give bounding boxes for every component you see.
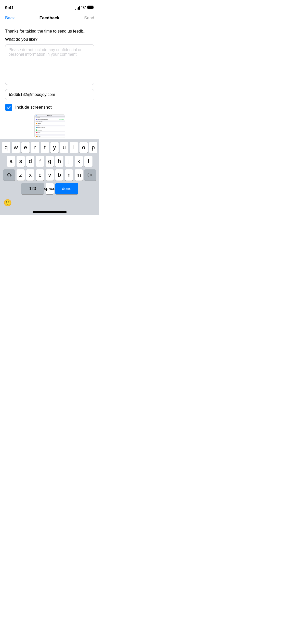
keyboard-row-3: z x c v b n m [1, 169, 99, 181]
key-a[interactable]: a [7, 156, 15, 167]
screenshot-label: Include screenshot [15, 105, 52, 110]
key-h[interactable]: h [55, 156, 63, 167]
status-bar: 9:41 [0, 0, 99, 12]
comment-textarea[interactable] [5, 44, 94, 85]
key-l[interactable]: l [84, 156, 92, 167]
key-x[interactable]: x [26, 169, 34, 181]
key-v[interactable]: v [46, 169, 54, 181]
key-e[interactable]: e [21, 142, 30, 153]
section-label: What do you like? [5, 37, 94, 42]
page-title: Feedback [39, 16, 59, 21]
send-button[interactable]: Send [84, 16, 94, 21]
back-button[interactable]: Back [5, 16, 15, 21]
key-o[interactable]: o [79, 142, 88, 153]
key-r[interactable]: r [31, 142, 39, 153]
content-area: Thanks for taking the time to send us fe… [0, 24, 99, 152]
key-p[interactable]: p [89, 142, 97, 153]
shift-key[interactable] [3, 169, 15, 181]
key-i[interactable]: i [70, 142, 78, 153]
nav-bar: Back Feedback Send [0, 12, 99, 24]
screenshot-row: Include screenshot [5, 104, 94, 111]
key-k[interactable]: k [75, 156, 83, 167]
numbers-key[interactable]: 123 [21, 183, 44, 194]
include-screenshot-checkbox[interactable] [5, 104, 12, 111]
svg-rect-1 [88, 6, 93, 9]
key-c[interactable]: c [36, 169, 44, 181]
status-time: 9:41 [5, 5, 14, 10]
key-w[interactable]: w [12, 142, 20, 153]
delete-key[interactable] [84, 169, 96, 181]
keyboard-row-1: q w e r t y u i o p [1, 142, 99, 153]
screenshot-container: ‹ Back Settings ACCOUNT 53d65182@moodjoy… [5, 114, 94, 141]
key-g[interactable]: g [46, 156, 54, 167]
key-f[interactable]: f [36, 156, 44, 167]
status-icons [75, 6, 94, 10]
keyboard-row-4: 123 space done [1, 183, 99, 194]
key-t[interactable]: t [41, 142, 49, 153]
svg-marker-2 [7, 173, 11, 177]
key-y[interactable]: y [50, 142, 59, 153]
wifi-icon [82, 6, 86, 10]
keyboard: q w e r t y u i o p a s d f g h j k l z … [0, 139, 99, 215]
key-q[interactable]: q [2, 142, 10, 153]
key-u[interactable]: u [60, 142, 68, 153]
keyboard-row-2: a s d f g h j k l [1, 156, 99, 167]
key-b[interactable]: b [55, 169, 63, 181]
signal-icon [75, 6, 80, 10]
home-indicator [33, 211, 67, 213]
key-z[interactable]: z [17, 169, 25, 181]
key-d[interactable]: d [26, 156, 34, 167]
key-j[interactable]: j [65, 156, 73, 167]
battery-icon [87, 6, 94, 10]
emoji-button[interactable]: 🙂 [3, 198, 12, 208]
key-m[interactable]: m [75, 169, 83, 181]
key-n[interactable]: n [65, 169, 73, 181]
done-key[interactable]: done [55, 183, 78, 194]
description-text: Thanks for taking the time to send us fe… [5, 28, 94, 34]
screenshot-preview: ‹ Back Settings ACCOUNT 53d65182@moodjoy… [34, 114, 65, 138]
email-input[interactable] [5, 89, 94, 100]
key-s[interactable]: s [17, 156, 25, 167]
space-key[interactable]: space [46, 183, 54, 194]
